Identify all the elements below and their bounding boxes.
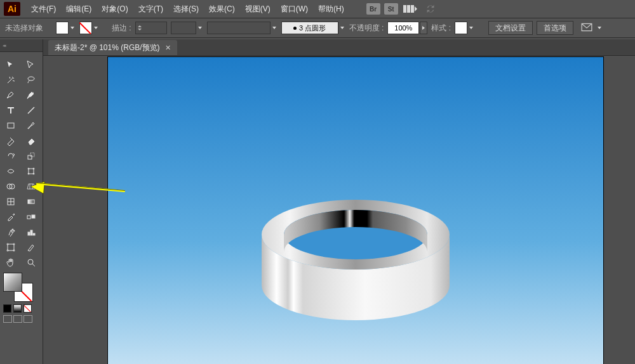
svg-rect-3 <box>28 155 32 159</box>
line-tool[interactable] <box>22 103 41 118</box>
svg-rect-2 <box>8 123 14 128</box>
perspective-grid-tool[interactable] <box>22 179 41 194</box>
type-tool[interactable] <box>1 103 20 118</box>
document-setup-button[interactable]: 文档设置 <box>488 21 533 35</box>
document-tabs: 未标题-2* @ 101% (RGB/预览) ✕ <box>43 39 635 56</box>
canvas[interactable] <box>43 56 635 364</box>
slice-tool[interactable] <box>22 240 41 255</box>
svg-rect-20 <box>33 233 35 235</box>
selection-status: 未选择对象 <box>5 23 43 34</box>
pen-tool[interactable] <box>1 88 20 103</box>
direct-selection-tool[interactable] <box>22 57 41 72</box>
svg-rect-18 <box>28 232 30 235</box>
style-label: 样式 : <box>431 23 451 34</box>
selection-tool[interactable] <box>1 57 20 72</box>
svg-point-6 <box>28 168 29 169</box>
menu-window[interactable]: 窗口(W) <box>276 2 312 16</box>
svg-rect-4 <box>30 153 34 157</box>
transform-panel-icon[interactable] <box>581 22 592 35</box>
color-mode-none[interactable] <box>23 304 32 313</box>
document-tab[interactable]: 未标题-2* @ 101% (RGB/预览) ✕ <box>48 40 177 55</box>
sync-icon[interactable] <box>425 3 436 15</box>
stroke-swatch[interactable] <box>79 22 99 34</box>
svg-point-16 <box>12 229 13 230</box>
fill-stroke-swatches[interactable] <box>0 271 43 303</box>
free-transform-tool[interactable] <box>22 164 41 179</box>
menu-help[interactable]: 帮助(H) <box>314 2 349 16</box>
style-swatch[interactable] <box>455 22 474 34</box>
opacity-input[interactable]: 100% <box>387 22 427 34</box>
menu-type[interactable]: 文字(T) <box>134 2 168 16</box>
ring-artwork <box>254 190 457 330</box>
menu-file[interactable]: 文件(F) <box>27 2 60 16</box>
stroke-label: 描边 : <box>112 23 131 34</box>
magic-wand-tool[interactable] <box>1 72 20 88</box>
svg-rect-21 <box>8 244 14 250</box>
mesh-tool[interactable] <box>1 194 20 209</box>
opacity-label: 不透明度 : <box>349 23 384 34</box>
gradient-tool[interactable] <box>22 194 41 209</box>
rectangle-tool[interactable] <box>1 118 20 133</box>
hand-tool[interactable] <box>1 255 20 270</box>
color-mode-gradient[interactable] <box>13 304 22 313</box>
curvature-tool[interactable] <box>22 88 41 103</box>
artboard <box>108 57 603 364</box>
svg-rect-5 <box>29 169 34 174</box>
brush-preview[interactable]: 3 点圆形 <box>281 22 345 34</box>
stock-icon[interactable]: St <box>384 3 398 15</box>
svg-point-9 <box>33 173 34 174</box>
draw-normal[interactable] <box>3 315 12 323</box>
svg-point-22 <box>28 259 33 264</box>
svg-rect-14 <box>27 216 30 219</box>
svg-point-8 <box>28 173 29 174</box>
menu-edit[interactable]: 编辑(E) <box>62 2 96 16</box>
document-tab-title: 未标题-2* @ 101% (RGB/预览) <box>55 42 160 53</box>
paintbrush-tool[interactable] <box>22 118 41 133</box>
bridge-icon[interactable]: Br <box>366 3 380 15</box>
svg-point-7 <box>33 168 34 169</box>
blend-tool[interactable] <box>22 209 41 224</box>
fill-color[interactable] <box>3 273 22 292</box>
preferences-button[interactable]: 首选项 <box>537 21 573 35</box>
artboard-tool[interactable] <box>1 240 20 255</box>
shaper-tool[interactable] <box>1 133 20 148</box>
draw-inside[interactable] <box>23 315 32 323</box>
control-bar: 未选择对象 描边 : 3 点圆形 不透明度 : 100% 样式 : <box>0 18 635 38</box>
color-mode-solid[interactable] <box>3 304 11 313</box>
tools-panel <box>0 39 43 364</box>
zoom-tool[interactable] <box>22 255 41 270</box>
stroke-width-input[interactable] <box>135 22 167 34</box>
rotate-tool[interactable] <box>1 148 20 164</box>
menu-bar: Ai 文件(F) 编辑(E) 对象(O) 文字(T) 选择(S) 效果(C) 视… <box>0 0 635 18</box>
fill-swatch[interactable] <box>56 22 76 34</box>
svg-rect-13 <box>28 200 34 204</box>
app-logo: Ai <box>4 2 20 16</box>
scale-tool[interactable] <box>22 148 41 164</box>
lasso-tool[interactable] <box>22 72 41 88</box>
arrange-documents-icon[interactable] <box>403 5 417 13</box>
svg-point-17 <box>13 230 15 231</box>
svg-rect-15 <box>32 215 35 218</box>
column-graph-tool[interactable] <box>22 224 41 240</box>
menu-select[interactable]: 选择(S) <box>169 2 203 16</box>
stroke-profile[interactable] <box>171 22 203 34</box>
menu-object[interactable]: 对象(O) <box>97 2 132 16</box>
menu-view[interactable]: 视图(V) <box>241 2 275 16</box>
panel-collapse-tab[interactable] <box>0 39 43 52</box>
eraser-tool[interactable] <box>22 133 41 148</box>
eyedropper-tool[interactable] <box>1 209 20 224</box>
shape-builder-tool[interactable] <box>1 179 20 194</box>
svg-rect-19 <box>30 230 32 235</box>
menu-effect[interactable]: 效果(C) <box>204 2 239 16</box>
symbol-sprayer-tool[interactable] <box>1 224 20 240</box>
close-tab-icon[interactable]: ✕ <box>165 44 171 52</box>
width-tool[interactable] <box>1 164 20 179</box>
brush-definition[interactable] <box>207 22 277 34</box>
draw-behind[interactable] <box>13 315 22 323</box>
